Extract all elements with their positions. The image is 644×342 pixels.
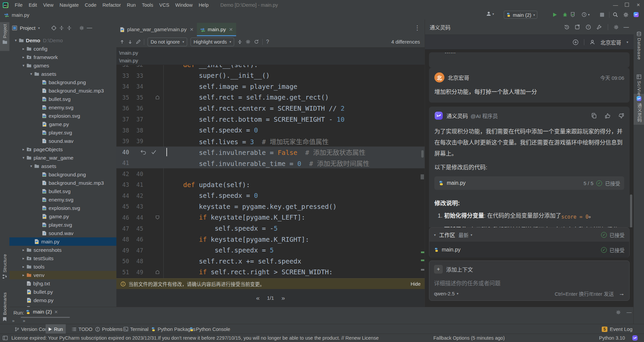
stop-button[interactable]	[600, 13, 604, 17]
account-dropdown-icon[interactable]: ▾	[627, 40, 628, 44]
run-settings-gear-icon[interactable]	[616, 310, 621, 315]
tree-item-background.png[interactable]: background.png	[9, 170, 116, 179]
model-select[interactable]: qwen-2.5	[434, 291, 455, 296]
diff-settings-gear-icon[interactable]	[246, 39, 251, 44]
toolwindow-button-terminal[interactable]: Terminal	[121, 324, 151, 334]
toolwindow-button-run[interactable]: Run	[46, 324, 66, 334]
tree-item-assets[interactable]: ▾assets	[9, 162, 116, 170]
editor-scrollbar-thumb[interactable]	[421, 150, 424, 158]
tree-item-background.png[interactable]: background.png	[9, 78, 116, 87]
highlight-policy-select[interactable]: Highlight words▾	[191, 38, 234, 46]
editor-tab-plane_war_game-main.py[interactable]: plane_war_game\main.py✕	[116, 23, 197, 36]
thumbs-up-icon[interactable]	[605, 113, 610, 119]
chevron-down-icon[interactable]: ▾	[13, 38, 19, 43]
toolwindow-button-python-console[interactable]: Python Console	[186, 324, 233, 334]
coverage-button[interactable]	[570, 12, 575, 17]
modified-file-chip[interactable]: main.py 5 / 5 ✓ 已接受	[434, 176, 624, 190]
project-panel-title[interactable]: Project	[20, 25, 36, 31]
python-interpreter[interactable]: Python 3.10	[599, 335, 625, 341]
stripe-tab-bookmarks[interactable]: Bookmarks	[0, 290, 9, 324]
previous-difference-icon[interactable]	[120, 40, 124, 44]
collapse-unchanged-icon[interactable]	[237, 40, 242, 44]
stripe-tab-project[interactable]: Project	[0, 22, 9, 51]
stripe-tab-database[interactable]: Database	[634, 30, 644, 63]
tree-item-game.py[interactable]: game.py	[9, 120, 116, 128]
code-line-44[interactable]: 4442 self.speedx = 0	[116, 190, 425, 202]
code-line-45[interactable]: 4543 keystate = pygame.key.get_pressed()	[116, 201, 425, 212]
close-button[interactable]: ×	[633, 0, 644, 10]
next-difference-icon[interactable]	[128, 40, 132, 44]
tree-item-enemy.svg[interactable]: enemy.svg	[9, 103, 116, 112]
tree-item-screenshots[interactable]: ▸screenshots	[9, 246, 116, 254]
code-line-40[interactable]: 40 self.invulnerable = False # 添加无敌状态属性	[116, 147, 425, 158]
menu-tools[interactable]: Tools	[139, 0, 156, 10]
fallback-options-link[interactable]: Fallback Options (5 minutes ago)	[433, 335, 505, 341]
toolwindow-button-todo[interactable]: TODO	[69, 324, 95, 334]
tree-item-player.svg[interactable]: player.svg	[9, 221, 116, 229]
copy-icon[interactable]	[591, 113, 597, 118]
profiler-button[interactable]: ▾	[582, 12, 590, 17]
code-line-48[interactable]: 4846 if keystate[pygame.K_RIGHT]:	[116, 234, 425, 245]
close-icon[interactable]: ✕	[229, 27, 233, 32]
prompt-input-card[interactable]: + 添加上下文 详细描述你的任务或者问题 qwen-2.5 ▾ Ctrl+Ent…	[429, 261, 630, 301]
toolwindow-button-problems[interactable]: Problems	[93, 324, 125, 334]
tree-item-sound.wav[interactable]: ?sound.wav	[9, 137, 116, 145]
breadcrumb[interactable]: main.py	[12, 12, 30, 18]
debug-button[interactable]	[562, 12, 568, 17]
search-everywhere-icon[interactable]	[613, 12, 618, 17]
chevron-right-icon[interactable]: ▸	[20, 248, 26, 252]
code-line-41[interactable]: 41 self.invulnerable_time = 0 # 添加无敌时间属性	[116, 158, 425, 169]
tree-item-bullet.py[interactable]: bullet.py	[9, 288, 116, 296]
chevron-down-icon[interactable]: ▾	[28, 72, 34, 76]
code-line-50[interactable]: 5048 self.rect.x += self.speedx	[116, 256, 425, 267]
menu-vcs[interactable]: VCS	[156, 0, 172, 10]
chevron-right-icon[interactable]: ▸	[20, 55, 26, 59]
tree-item-tools[interactable]: ▸tools	[9, 263, 116, 271]
code-line-49[interactable]: 4947 self.speedx = 5	[116, 245, 425, 256]
tree-item-background_music.mp3[interactable]: ?background_music.mp3	[9, 87, 116, 95]
tree-item-explosion.svg[interactable]: explosion.svg	[9, 112, 116, 120]
code-line-38[interactable]: 3838 self.speedx = 0	[116, 125, 425, 136]
tree-item-main.py[interactable]: main.py	[9, 304, 116, 307]
menu-edit[interactable]: Edit	[25, 0, 40, 10]
user-menu[interactable]: ▾	[486, 11, 494, 16]
chevron-right-icon[interactable]: ▸	[20, 256, 26, 261]
pager-next-icon[interactable]: »	[281, 294, 285, 302]
prompt-placeholder[interactable]: 详细描述你的任务或者问题	[434, 279, 625, 287]
tree-item-config[interactable]: ▸config	[9, 45, 116, 53]
tree-item-bullet.svg[interactable]: bullet.svg	[9, 95, 116, 103]
menu-view[interactable]: View	[40, 0, 56, 10]
code-line-42[interactable]: 4240	[116, 169, 425, 180]
menu-help[interactable]: Help	[196, 0, 212, 10]
run-tab[interactable]: main (2) ✕	[25, 309, 58, 315]
tree-item-games[interactable]: ▾games	[9, 61, 116, 70]
tree-item-testSuits[interactable]: ▸testSuits	[9, 254, 116, 263]
tree-item-explosion.svg[interactable]: explosion.svg	[9, 204, 116, 212]
code-line-36[interactable]: 3636 self.rect.centerx = SCREEN_WIDTH //…	[116, 103, 425, 114]
settings-gear-icon[interactable]	[623, 12, 629, 17]
restore-button[interactable]	[621, 0, 633, 10]
chevron-right-icon[interactable]: ▸	[20, 265, 26, 269]
toolbar-overflow-chevron[interactable]: »	[12, 318, 14, 323]
code-line-46[interactable]: 4644 if keystate[pygame.K_LEFT]:	[116, 212, 425, 223]
rollback-change-icon[interactable]	[141, 150, 146, 155]
project-settings-gear-icon[interactable]	[79, 25, 84, 31]
lingma-settings-gear-icon[interactable]	[613, 24, 619, 30]
chevron-right-icon[interactable]: ▸	[20, 273, 26, 277]
code-line-43[interactable]: 4341 def update(self):	[116, 179, 425, 190]
code-line-33[interactable]: 3333 super().__init__()	[116, 70, 425, 81]
workspace-filter[interactable]: 最新	[459, 231, 469, 238]
license-message[interactable]: License expired: Your PyCharm subscripti…	[11, 335, 379, 341]
chat-scrollbar-thumb[interactable]	[630, 194, 632, 227]
code-line-39[interactable]: 3939 self.lives = 3 # 增加玩家生命值属性	[116, 136, 425, 147]
project-view-dropdown[interactable]: ▾	[38, 26, 40, 30]
code-line-34[interactable]: 3434 self.image = player_image	[116, 81, 425, 92]
code-area[interactable]: 3232 def __init__(self):3333 super().__i…	[116, 65, 425, 278]
tree-item-enemy.svg[interactable]: enemy.svg	[9, 195, 116, 204]
tree-item-assets[interactable]: ▾assets	[9, 70, 116, 78]
menu-refactor[interactable]: Refactor	[99, 0, 124, 10]
code-line-35[interactable]: 3535 self.rect = self.image.get_rect()	[116, 92, 425, 103]
tree-item-bjhg.txt[interactable]: bjhg.txt	[9, 279, 116, 288]
accept-change-icon[interactable]	[151, 150, 156, 154]
lingma-status-icon[interactable]	[632, 335, 638, 341]
